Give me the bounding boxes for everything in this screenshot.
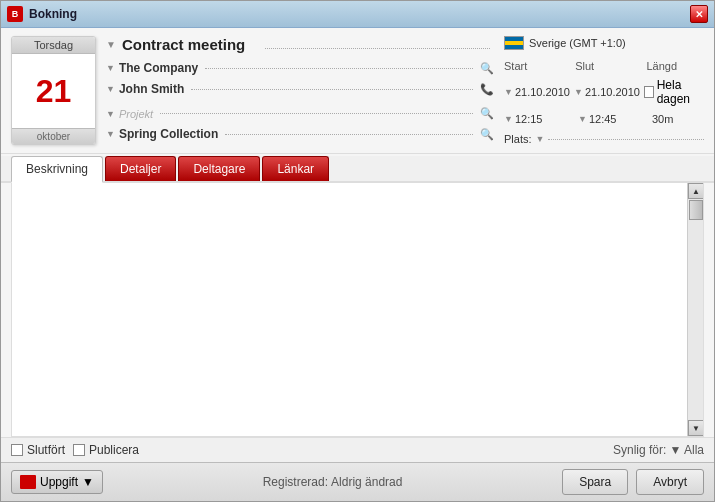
start-time-field[interactable]: ▼ 12:15 — [504, 113, 574, 125]
uppgift-button[interactable]: Uppgift ▼ — [11, 470, 103, 494]
project-value-row: ▼ Spring Collection 🔍 — [106, 127, 494, 141]
end-time-field[interactable]: ▼ 12:45 — [578, 113, 648, 125]
meeting-title-row: ▼ Contract meeting — [106, 36, 494, 53]
tab-deltagare[interactable]: Deltagare — [178, 156, 260, 181]
synlig-for-label: Synlig för: ▼ Alla — [613, 443, 704, 457]
project-label: Projekt — [119, 108, 153, 120]
person-name: John Smith — [119, 82, 184, 96]
end-time-value: 12:45 — [589, 113, 617, 125]
right-panel: Sverige (GMT +1:0) Start Slut Längd ▼ 21… — [504, 36, 704, 145]
project-value: Spring Collection — [119, 127, 218, 141]
publicera-group: Publicera — [73, 443, 139, 457]
project-label-divider — [160, 113, 473, 114]
synlig-for-value: Alla — [684, 443, 704, 457]
scrollbar-down-button[interactable]: ▼ — [688, 420, 704, 436]
calendar-day-area: 21 — [12, 54, 95, 128]
length-value: 30m — [652, 113, 673, 125]
company-arrow-icon: ▼ — [106, 63, 115, 73]
timezone-text: Sverige (GMT +1:0) — [529, 37, 626, 49]
synlig-dropdown-icon[interactable]: ▼ — [669, 443, 684, 457]
slutfort-label: Slutfört — [27, 443, 65, 457]
top-section: Torsdag 21 oktober ▼ Contract meeting ▼ … — [1, 28, 714, 154]
tab-detaljer[interactable]: Detaljer — [105, 156, 176, 181]
calendar-day-name: Torsdag — [12, 37, 95, 54]
end-date-field[interactable]: ▼ 21.10.2010 — [574, 86, 640, 98]
project-search-icon[interactable]: 🔍 — [480, 107, 494, 120]
uppgift-dropdown-icon: ▼ — [82, 475, 94, 489]
start-time-value: 12:15 — [515, 113, 543, 125]
person-divider — [191, 89, 473, 90]
end-time-arrow-icon: ▼ — [578, 114, 587, 124]
date-headers: Start Slut Längd — [504, 60, 704, 72]
window-title: Bokning — [29, 7, 77, 21]
publicera-label: Publicera — [89, 443, 139, 457]
hela-dagen-label: Hela dagen — [657, 78, 704, 106]
plats-row: Plats: ▼ — [504, 133, 704, 145]
plats-input[interactable] — [548, 139, 704, 140]
footer-bar: Uppgift ▼ Registrerad: Aldrig ändrad Spa… — [1, 462, 714, 501]
plats-label: Plats: — [504, 133, 532, 145]
title-arrow-icon: ▼ — [106, 39, 116, 50]
company-divider — [205, 68, 473, 69]
project-value-arrow-icon: ▼ — [106, 129, 115, 139]
hela-dagen-checkbox[interactable] — [644, 86, 654, 98]
person-arrow-icon: ▼ — [106, 84, 115, 94]
titlebar-title: B Bokning — [7, 6, 77, 22]
bottom-bar: Slutfört Publicera Synlig för: ▼ Alla — [1, 437, 714, 462]
titlebar: B Bokning ✕ — [1, 1, 714, 28]
save-button[interactable]: Spara — [562, 469, 628, 495]
calendar-widget: Torsdag 21 oktober — [11, 36, 96, 145]
end-header: Slut — [575, 60, 642, 72]
scrollbar-track[interactable] — [688, 199, 703, 420]
start-header: Start — [504, 60, 571, 72]
person-row: ▼ John Smith 📞 — [106, 82, 494, 96]
timezone-row: Sverige (GMT +1:0) — [504, 36, 704, 50]
phone-icon[interactable]: 📞 — [480, 83, 494, 96]
registered-text: Registrerad: Aldrig ändrad — [111, 475, 554, 489]
uppgift-icon — [20, 475, 36, 489]
cancel-button[interactable]: Avbryt — [636, 469, 704, 495]
close-button[interactable]: ✕ — [690, 5, 708, 23]
start-date-arrow-icon: ▼ — [504, 87, 513, 97]
time-row: ▼ 12:15 ▼ 12:45 30m — [504, 113, 704, 125]
project-label-row: ▼ Projekt 🔍 — [106, 107, 494, 120]
project-label-arrow-icon: ▼ — [106, 109, 115, 119]
plats-dropdown-icon[interactable]: ▼ — [536, 134, 545, 144]
company-row: ▼ The Company 🔍 — [106, 61, 494, 75]
hela-dagen-group: Hela dagen — [644, 78, 704, 106]
date-row-1: ▼ 21.10.2010 ▼ 21.10.2010 Hela dagen — [504, 78, 704, 106]
booking-window: B Bokning ✕ Torsdag 21 oktober ▼ Contrac… — [0, 0, 715, 502]
scrollbar-vertical[interactable]: ▲ ▼ — [687, 183, 703, 436]
start-date-value: 21.10.2010 — [515, 86, 570, 98]
end-date-value: 21.10.2010 — [585, 86, 640, 98]
search-icon[interactable]: 🔍 — [480, 62, 494, 75]
tab-lankar[interactable]: Länkar — [262, 156, 329, 181]
start-time-arrow-icon: ▼ — [504, 114, 513, 124]
collection-search-icon[interactable]: 🔍 — [480, 128, 494, 141]
tab-beskrivning[interactable]: Beskrivning — [11, 156, 103, 183]
uppgift-label: Uppgift — [40, 475, 78, 489]
company-name: The Company — [119, 61, 198, 75]
scrollbar-up-button[interactable]: ▲ — [688, 183, 704, 199]
tab-content: ▲ ▼ — [11, 183, 704, 437]
window-content: Torsdag 21 oktober ▼ Contract meeting ▼ … — [1, 28, 714, 501]
scrollbar-thumb[interactable] — [689, 200, 703, 220]
publicera-checkbox[interactable] — [73, 444, 85, 456]
calendar-month: oktober — [12, 128, 95, 144]
meeting-title: Contract meeting — [122, 36, 245, 53]
end-date-arrow-icon: ▼ — [574, 87, 583, 97]
length-header: Längd — [646, 60, 704, 72]
flag-icon — [504, 36, 524, 50]
slutfort-checkbox[interactable] — [11, 444, 23, 456]
start-date-field[interactable]: ▼ 21.10.2010 — [504, 86, 570, 98]
app-icon: B — [7, 6, 23, 22]
tabs-section: Beskrivning Detaljer Deltagare Länkar — [1, 156, 714, 183]
slutfort-group: Slutfört — [11, 443, 65, 457]
project-value-divider — [225, 134, 473, 135]
middle-panel: ▼ Contract meeting ▼ The Company 🔍 ▼ Joh… — [106, 36, 494, 145]
title-divider — [265, 40, 490, 49]
calendar-day-number: 21 — [36, 75, 72, 107]
